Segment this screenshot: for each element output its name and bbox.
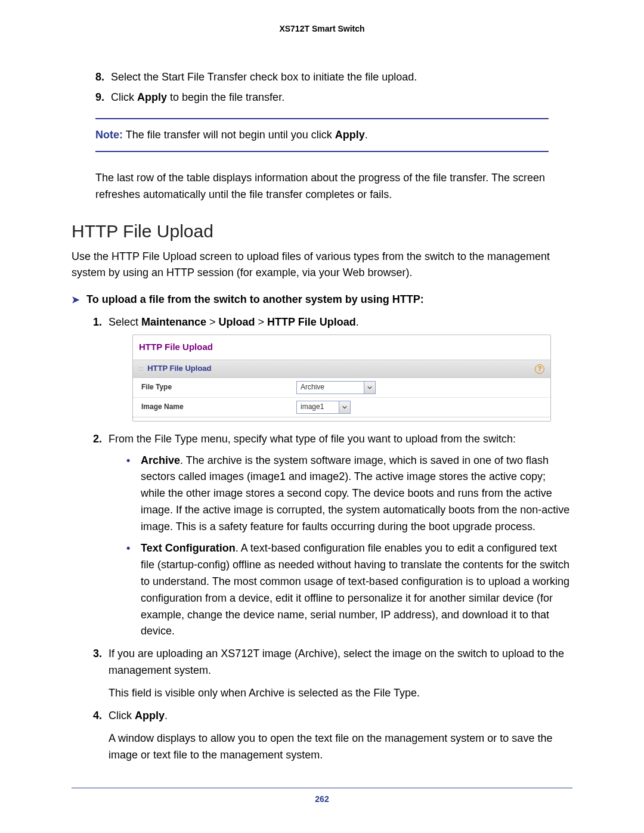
proc-step-2: From the File Type menu, specify what ty…	[105, 431, 572, 640]
proc-step-3: If you are uploading an XS712T image (Ar…	[105, 646, 572, 702]
s1-c: >	[206, 316, 219, 328]
chevron-down-icon	[364, 382, 375, 394]
step-8-text: Select the Start File Transfer check box…	[111, 71, 417, 83]
note-box: Note: The file transfer will not begin u…	[95, 118, 549, 152]
step-8: Select the Start File Transfer check box…	[107, 69, 572, 86]
ss-row-filetype: File Type Archive	[133, 378, 550, 397]
ss-bar-left: :: HTTP File Upload	[139, 363, 212, 374]
procedure-heading-text: To upload a file from the switch to anot…	[86, 293, 424, 306]
ss-row-imagename: Image Name image1	[133, 397, 550, 417]
triangle-icon: ➤	[72, 294, 79, 305]
s1-a: Select	[109, 316, 141, 328]
imagename-select[interactable]: image1	[296, 401, 351, 414]
s1-d: Upload	[219, 316, 255, 328]
procedure-heading: ➤ To upload a file from the switch to an…	[72, 293, 572, 306]
filetype-bullets: Archive. The archive is the system softw…	[126, 453, 572, 640]
proc-step-4: Click Apply. A window displays to allow …	[105, 708, 572, 764]
b2-label: Text Configuration	[141, 542, 236, 554]
filetype-label: File Type	[141, 382, 296, 393]
section-intro: Use the HTTP File Upload screen to uploa…	[72, 249, 572, 282]
note-text-c: .	[365, 129, 368, 141]
b2-text: . A text-based configuration file enable…	[141, 542, 569, 637]
step-9-apply: Apply	[137, 91, 167, 103]
imagename-value: image1	[297, 401, 339, 413]
chevron-down-icon	[339, 401, 350, 413]
s4-a: Click	[109, 710, 135, 721]
ss-bar: :: HTTP File Upload ?	[133, 360, 550, 377]
bullet-textconfig: Text Configuration. A text-based configu…	[126, 540, 572, 640]
note-label: Note:	[95, 129, 123, 141]
s4-apply: Apply	[135, 710, 165, 721]
s3-sub: This field is visible only when Archive …	[109, 685, 572, 702]
s3-text: If you are uploading an XS712T image (Ar…	[109, 648, 564, 676]
note-apply: Apply	[335, 129, 365, 141]
procedure-steps: Select Maintenance > Upload > HTTP File …	[72, 314, 572, 763]
continued-steps: Select the Start File Transfer check box…	[72, 69, 572, 106]
s1-g: .	[356, 316, 359, 328]
ss-body: File Type Archive Image Name image1	[133, 378, 550, 417]
after-note-para: The last row of the table displays infor…	[95, 170, 549, 203]
help-icon[interactable]: ?	[535, 364, 544, 374]
ss-title: HTTP File Upload	[133, 335, 550, 360]
filetype-value: Archive	[297, 382, 364, 394]
step-9: Click Apply to begin the file transfer.	[107, 89, 572, 106]
step-9-text-a: Click	[111, 91, 137, 103]
section-heading: HTTP File Upload	[72, 221, 572, 241]
page-number: 262	[72, 794, 572, 804]
step-9-text-c: to begin the file transfer.	[167, 91, 284, 103]
running-header: XS712T Smart Switch	[72, 24, 572, 33]
ss-bar-title: HTTP File Upload	[147, 363, 211, 374]
page: XS712T Smart Switch Select the Start Fil…	[0, 0, 644, 833]
proc-step-1: Select Maintenance > Upload > HTTP File …	[105, 314, 572, 421]
ui-screenshot: HTTP File Upload :: HTTP File Upload ? F…	[132, 335, 551, 421]
bullet-archive: Archive. The archive is the system softw…	[126, 453, 572, 535]
s1-f: HTTP File Upload	[267, 316, 356, 328]
grip-icon: ::	[139, 364, 144, 374]
b1-text: . The archive is the system software ima…	[141, 454, 569, 533]
footer-rule	[72, 788, 572, 788]
filetype-select[interactable]: Archive	[296, 381, 376, 394]
s1-b: Maintenance	[141, 316, 206, 328]
s1-e: >	[255, 316, 268, 328]
s4-sub: A window displays to allow you to open t…	[109, 730, 572, 764]
note-text-a: The file transfer will not begin until y…	[123, 129, 335, 141]
s2-text: From the File Type menu, specify what ty…	[109, 433, 516, 445]
s4-c: .	[165, 710, 168, 721]
b1-label: Archive	[141, 454, 180, 466]
imagename-label: Image Name	[141, 401, 296, 413]
